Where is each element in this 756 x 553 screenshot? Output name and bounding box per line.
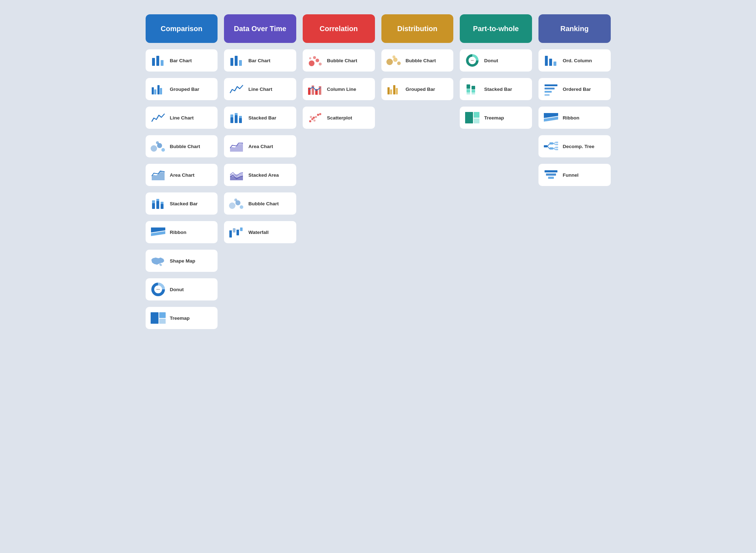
card-datatime-stacked-bar[interactable]: Stacked Bar (224, 107, 296, 129)
card-ranking-decomp-tree[interactable]: Decomp. Tree (538, 135, 611, 157)
svg-rect-1 (156, 56, 159, 66)
card-comparison-bar-chart[interactable]: Bar Chart (146, 49, 218, 72)
grouped-bar-icon-dist (386, 82, 402, 96)
card-datatime-area[interactable]: Area Chart (224, 135, 296, 157)
card-ranking-ribbon[interactable]: Ribbon (538, 107, 611, 129)
svg-rect-4 (235, 56, 238, 66)
bar-chart-label-dt: Bar Chart (248, 58, 270, 63)
scatterplot-icon (307, 111, 323, 125)
card-datatime-stacked-area[interactable]: Stacked Area (224, 164, 296, 186)
svg-line-66 (547, 144, 550, 146)
ord-column-label: Ord. Column (563, 58, 592, 63)
svg-point-9 (313, 56, 316, 59)
ordered-bar-label: Ordered Bar (563, 87, 591, 92)
svg-rect-85 (161, 204, 164, 209)
card-correlation-bubble[interactable]: Bubble Chart (303, 49, 375, 72)
card-parttowhole-treemap[interactable]: Treemap (460, 107, 532, 129)
card-comparison-donut[interactable]: Donut (146, 278, 218, 300)
svg-rect-33 (396, 88, 398, 94)
treemap-icon-comp (150, 311, 166, 325)
card-correlation-scatter[interactable]: Scatterplot (303, 107, 375, 129)
card-distribution-grouped-bar[interactable]: Grouped Bar (381, 78, 454, 100)
card-ranking-ordered-bar[interactable]: Ordered Bar (538, 78, 611, 100)
svg-line-73 (553, 148, 555, 150)
chart-type-grid: Comparison Data Over Time Correlation Di… (146, 14, 611, 329)
svg-rect-49 (239, 116, 242, 118)
card-parttowhole-stacked-bar[interactable]: Stacked Bar (460, 78, 532, 100)
card-comparison-line[interactable]: Line Chart (146, 107, 218, 129)
card-comparison-ribbon[interactable]: Ribbon (146, 221, 218, 243)
svg-point-54 (317, 114, 319, 116)
card-datatime-bubble[interactable]: Bubble Chart (224, 192, 296, 215)
svg-rect-74 (555, 142, 558, 143)
donut-label-ptw: Donut (484, 58, 498, 63)
svg-point-14 (392, 55, 395, 58)
header-ranking[interactable]: Ranking (538, 14, 611, 43)
bubble-chart-label-comp: Bubble Chart (170, 144, 200, 149)
card-ranking-funnel[interactable]: Funnel (538, 164, 611, 186)
waterfall-label: Waterfall (248, 230, 269, 235)
svg-point-7 (316, 59, 319, 62)
svg-rect-48 (239, 118, 242, 123)
svg-rect-35 (467, 89, 470, 93)
line-chart-label-comp: Line Chart (170, 115, 194, 121)
header-correlation[interactable]: Correlation (303, 14, 375, 43)
svg-rect-2 (161, 60, 164, 66)
card-comparison-shape-map[interactable]: Shape Map (146, 250, 218, 272)
svg-rect-30 (387, 87, 390, 94)
svg-rect-77 (555, 149, 558, 150)
header-datatime[interactable]: Data Over Time (224, 14, 296, 43)
card-comparison-grouped-bar[interactable]: Grouped Bar (146, 78, 218, 100)
line-chart-label-dt: Line Chart (248, 87, 272, 92)
donut-label-comp: Donut (170, 287, 184, 292)
svg-rect-84 (156, 199, 159, 201)
column-line-label: Column Line (327, 87, 356, 92)
funnel-icon (543, 168, 559, 182)
svg-point-55 (310, 116, 312, 118)
svg-rect-39 (472, 93, 475, 94)
card-datatime-waterfall[interactable]: Waterfall (224, 221, 296, 243)
header-parttowhole[interactable]: Part-to-whole (460, 14, 532, 43)
svg-rect-86 (161, 202, 164, 204)
line-chart-icon-dt (228, 82, 245, 96)
svg-rect-32 (393, 85, 395, 94)
bubble-chart-icon-corr (307, 53, 323, 68)
header-distribution[interactable]: Distribution (381, 14, 454, 43)
treemap-label-ptw: Treemap (484, 115, 504, 121)
grouped-bar-label: Grouped Bar (170, 87, 200, 92)
header-comparison[interactable]: Comparison (146, 14, 218, 43)
decomp-tree-icon (543, 139, 559, 153)
card-datatime-bar-chart[interactable]: Bar Chart (224, 49, 296, 72)
card-correlation-column-line[interactable]: Column Line (303, 78, 375, 100)
svg-point-52 (313, 117, 315, 119)
card-distribution-bubble[interactable]: Bubble Chart (381, 49, 454, 72)
svg-rect-91 (229, 230, 232, 238)
card-comparison-bubble[interactable]: Bubble Chart (146, 135, 218, 157)
svg-point-50 (309, 120, 311, 122)
bar-chart-icon (150, 53, 166, 68)
svg-point-87 (229, 202, 235, 209)
area-chart-icon-comp (150, 168, 166, 182)
svg-rect-94 (240, 227, 243, 231)
svg-point-13 (397, 62, 401, 65)
bubble-chart-label-corr: Bubble Chart (327, 58, 357, 63)
card-comparison-area[interactable]: Area Chart (146, 164, 218, 186)
svg-rect-42 (545, 91, 552, 93)
svg-rect-59 (474, 112, 479, 118)
svg-rect-34 (467, 84, 470, 89)
svg-rect-65 (544, 145, 547, 147)
column-line-icon (307, 82, 323, 96)
svg-rect-81 (152, 203, 155, 209)
svg-point-8 (319, 63, 322, 65)
card-parttowhole-donut[interactable]: Donut (460, 49, 532, 72)
ribbon-icon-rank (543, 111, 559, 125)
card-comparison-treemap[interactable]: Treemap (146, 307, 218, 329)
card-comparison-stacked-bar[interactable]: Stacked Bar (146, 192, 218, 215)
shape-map-label: Shape Map (170, 258, 195, 264)
svg-rect-0 (152, 58, 155, 66)
card-ranking-ord-column[interactable]: Ord. Column (538, 49, 611, 72)
card-datatime-line[interactable]: Line Chart (224, 78, 296, 100)
svg-rect-93 (236, 230, 239, 235)
svg-rect-25 (160, 88, 162, 94)
svg-rect-31 (390, 89, 392, 94)
